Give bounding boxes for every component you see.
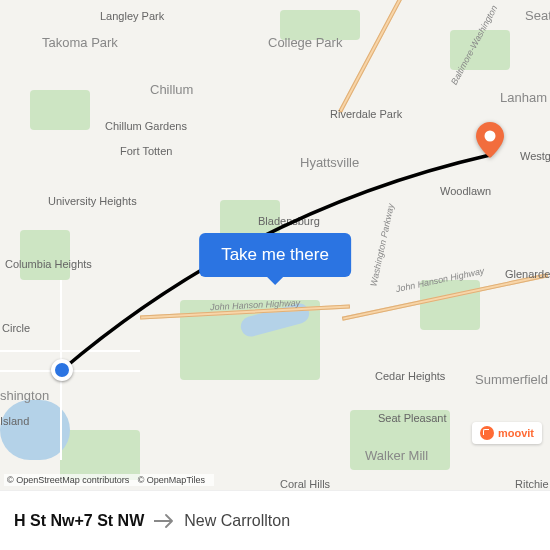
label-coral-hills: Coral Hills (280, 478, 330, 490)
label-riverdale-park: Riverdale Park (330, 108, 402, 120)
label-takoma-park: Takoma Park (42, 35, 118, 50)
origin-marker[interactable] (51, 359, 73, 381)
label-woodlawn: Woodlawn (440, 185, 491, 197)
label-glenarden: Glenarden (505, 268, 550, 280)
label-ritchie: Ritchie (515, 478, 549, 490)
arrow-right-icon (154, 514, 174, 528)
label-island: Island (0, 415, 29, 427)
label-langley-park: Langley Park (100, 10, 164, 22)
moovit-logo-icon (480, 426, 494, 440)
moovit-logo-text: moovit (498, 427, 534, 439)
take-me-there-button[interactable]: Take me there (199, 233, 351, 277)
label-college-park: College Park (268, 35, 342, 50)
route-from: H St Nw+7 St NW (14, 512, 144, 530)
label-seat: Seat (525, 8, 550, 23)
label-summerfield: Summerfield (475, 372, 548, 387)
attribution-osm[interactable]: © OpenStreetMap contributors (7, 475, 129, 485)
svg-point-0 (485, 131, 496, 142)
attribution-tiles[interactable]: © OpenMapTiles (138, 475, 205, 485)
label-washington: shington (0, 388, 49, 403)
label-lanham: Lanham (500, 90, 547, 105)
label-hyattsville: Hyattsville (300, 155, 359, 170)
label-chillum: Chillum (150, 82, 193, 97)
map-attribution: © OpenStreetMap contributors © OpenMapTi… (4, 474, 214, 486)
destination-pin[interactable] (476, 122, 504, 158)
map[interactable]: Langley Park Takoma Park College Park Ch… (0, 0, 550, 490)
route-footer: H St Nw+7 St NW New Carrollton (0, 490, 550, 550)
label-westgate: Westgate (520, 150, 550, 162)
label-bladensburg: Bladensburg (258, 215, 320, 227)
label-cedar-heights: Cedar Heights (375, 370, 445, 382)
moovit-badge[interactable]: moovit (472, 422, 542, 444)
label-columbia-heights: Columbia Heights (5, 258, 60, 270)
label-seat-pleasant: Seat Pleasant (378, 412, 447, 424)
route-to: New Carrollton (184, 512, 290, 530)
label-fort-totten: Fort Totten (120, 145, 172, 157)
label-walker-mill: Walker Mill (365, 448, 428, 463)
label-chillum-gardens: Chillum Gardens (105, 120, 187, 132)
label-university-heights: University Heights (48, 195, 108, 207)
label-circle: Circle (2, 322, 30, 334)
